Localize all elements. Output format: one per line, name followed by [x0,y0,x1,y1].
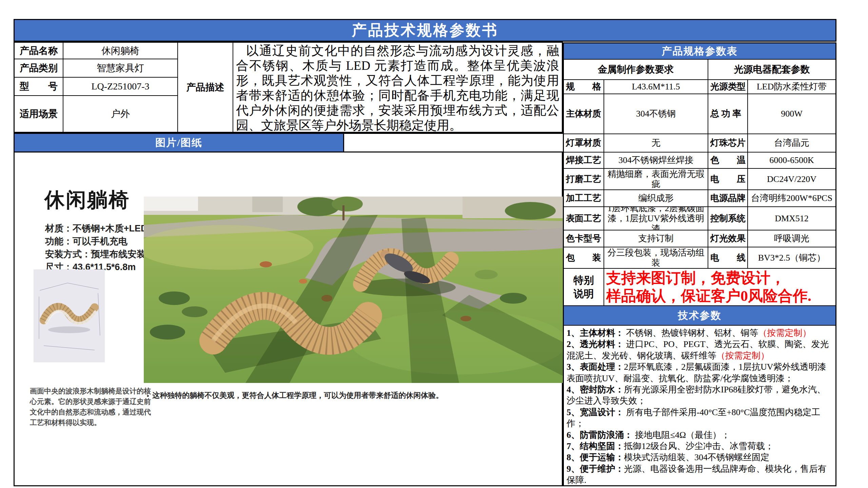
spec-panel: 产品规格参数表 金属制作参数要求 光源电器配套参数 规 格 L43.6M*11.… [563,42,836,486]
info-value-product-name: 休闲躺椅 [63,43,178,59]
spec-value: BV3*2.5（铜芯） [748,247,835,269]
spec-label: 灯罩材质 [564,134,604,152]
spec-value: 304不锈钢焊丝焊接 [604,152,708,169]
spec-value: L43.6M*11.5 [604,80,708,94]
spec-grid: 规 格 L43.6M*11.5 光源类型 LED防水柔性灯带 主体材质 304不… [564,80,835,269]
spec-label: 主体材质 [564,94,604,134]
spec-value: 900W [748,94,835,134]
spec-label: 控制系统 [708,207,748,230]
spec-group-headers: 金属制作参数要求 光源电器配套参数 [564,60,835,80]
tech-item-text: 接地电阻≤4Ω（最佳）； [633,430,730,440]
spec-label: 总 功 率 [708,94,748,134]
spec-line-install: 安装方式：预埋布线安装 [45,248,147,261]
spec-label: 加工工艺 [564,190,604,207]
spec-value: 支持订制 [604,230,708,247]
spec-line-material: 材质：不锈钢+木质+LED [45,222,147,235]
header-gap-cell [344,133,563,152]
spec-sheet: 产品技术规格参数书 产品名称 休闲躺椅 产品描述 以通辽史前文化中的自然形态与流… [0,0,868,488]
tech-item: 3、表面处理：2层环氧底漆，2层氟碳面漆，1层抗UV紫外线透明漆表面喷抗UV、耐… [567,361,833,384]
tech-item-label: 2、透光材料： [567,339,624,349]
spec-value: DC24V/220V [748,169,835,190]
picture-area: 休闲躺椅 材质：不锈钢+木质+LED 功能：可以手机充电 安装方式：预埋布线安装… [14,152,563,486]
description-label: 产品描述 [178,43,233,132]
spec-value: 台湾晶元 [748,134,835,152]
description-cell: 以通辽史前文化中的自然形态与流动感为设计灵感，融合不锈钢、木质与 LED 元素打… [233,43,562,132]
tech-item-red: （按需定制） [758,328,811,338]
tech-params-title: 技术参数 [678,309,722,323]
technical-drawing-image [34,269,105,362]
spec-table-header: 产品规格参数表 [564,43,835,60]
spec-label: 灯光效果 [708,230,748,247]
spec-label: 光源类型 [708,80,748,94]
spec-label: 色 温 [708,152,748,169]
spec-value: 分三段包装，现场活动组装 [604,247,708,269]
spec-value: 1层环氧底漆，2层氟碳面漆，1层抗UV紫外线透明漆 [604,207,708,230]
product-spec-lines: 材质：不锈钢+木质+LED 功能：可以手机充电 安装方式：预埋布线安装 尺寸：4… [45,222,147,273]
info-value-model: LQ-Z251007-3 [63,78,178,96]
special-note-line2: 样品确认，保证客户0风险合作. [606,287,835,305]
document-title-bar: 产品技术规格参数书 [14,19,836,42]
tech-item-label: 5、宽温设计： [567,407,624,417]
document-title: 产品技术规格参数书 [352,20,498,40]
spec-label: 包 装 [564,247,604,269]
tech-item-text: 模块式活动组装、304不锈钢螺丝固定 [624,452,769,462]
tech-item: 9、便于维护：光源、电器设备选用一线品牌寿命、模块化，售后有保障. [567,463,833,485]
info-label-category: 产品类别 [15,59,63,78]
spec-value: 6000-6500K [748,152,835,169]
tech-item-red: （按需定制） [716,351,769,361]
spec-value: 台湾明纬200W*6PCS [748,190,835,207]
info-value-category: 智慧家具灯 [63,59,178,78]
tech-item-label: 3、表面处理： [567,362,624,372]
special-note-cell: 支持来图订制，免费设计， 样品确认，保证客户0风险合作. [604,269,835,305]
spec-label: 电源品牌 [708,190,748,207]
tech-item: 8、便于运输：模块式活动组装、304不锈钢螺丝固定 [567,452,833,463]
light-group-header: 光源电器配套参数 [708,60,835,80]
tech-item-label: 8、便于运输： [567,452,624,462]
product-description: 以通辽史前文化中的自然形态与流动感为设计灵感，融合不锈钢、木质与 LED 元素打… [236,43,559,132]
spec-label: 灯珠芯片 [708,134,748,152]
spec-label: 焊接工艺 [564,152,604,169]
tech-item-label: 6、防雷防浪涌： [567,430,633,440]
special-note-label-cell: 特别说明 [564,269,604,305]
spec-label: 打磨工艺 [564,169,604,190]
drawing-caption: 画面中央的波浪形木制躺椅是设计的核心元素。它的形状灵感来源于通辽史前文化中的自然… [30,386,156,428]
product-info-table: 产品名称 休闲躺椅 产品描述 以通辽史前文化中的自然形态与流动感为设计灵感，融合… [14,42,563,133]
special-note-label: 特别说明 [573,273,595,301]
product-display-title: 休闲躺椅 [44,186,130,214]
tech-item-text: 抵御12级台风、沙尘冲击、冰雪荷载； [624,441,774,451]
info-label-product-name: 产品名称 [15,43,63,59]
metal-group-header: 金属制作参数要求 [564,60,708,80]
tech-params-list: 1、主体材料： 不锈钢、热镀锌钢材、铝材、铜等（按需定制） 2、透光材料： 进口… [564,326,835,485]
spec-label: 色卡型号 [564,230,604,247]
tech-item: 6、防雷防浪涌： 接地电阻≤4Ω（最佳）； [567,429,833,441]
product-photo [144,197,564,383]
info-label-model: 型 号 [15,78,63,96]
spec-value: DMX512 [748,207,835,230]
photo-caption-text: 这种独特的躺椅不仅美观，更符合人体工程学原理，可以为使用者带来舒适的休闲体验。 [152,391,443,400]
tech-item: 1、主体材料： 不锈钢、热镀锌钢材、铝材、铜等（按需定制） [567,327,833,339]
tech-item-label: 9、便于维护： [567,464,624,474]
spec-value: 精抛细磨，表面光滑无瑕疵 [604,169,708,190]
info-label-scene: 适用场景 [15,96,63,132]
tech-item: 4、密封防水：所有光源采用全密封防水IP68硅胶灯带，避免水汽、沙尘进入导致失效… [567,384,833,407]
tech-item: 7、结构坚固：抵御12级台风、沙尘冲击、冰雪荷载； [567,441,833,452]
info-value-scene: 户外 [63,96,178,132]
spec-value: LED防水柔性灯带 [748,80,835,94]
spec-label: 规 格 [564,80,604,94]
spec-value: 编织成形 [604,190,708,207]
picture-section-title: 图片/图纸 [155,136,202,150]
tech-item-text: 不锈钢、热镀锌钢材、铝材、铜等 [624,328,758,338]
tech-item: 5、宽温设计： 所有电子部件采用-40°C至+80°C温度范围内稳定工作； [567,407,833,429]
spec-label: 电 压 [708,169,748,190]
tech-item-label: 4、密封防水： [567,385,624,394]
spec-table-title: 产品规格参数表 [662,44,738,58]
spec-label: 电 线 [708,247,748,269]
special-note-line1: 支持来图订制，免费设计， [606,269,835,287]
tech-item: 2、透光材料： 进口PC、PO、PEGT、透光云石、软膜、陶瓷、发光混泥土、发光… [567,339,833,361]
photo-caption: •这种独特的躺椅不仅美观，更符合人体工程学原理，可以为使用者带来舒适的休闲体验。 [147,390,554,401]
spec-value: 304不锈钢 [604,94,708,134]
tech-item-label: 7、结构坚固： [567,441,624,451]
spec-label: 表面工艺 [564,207,604,230]
tech-item-label: 1、主体材料： [567,328,624,338]
spec-value: 无 [604,134,708,152]
